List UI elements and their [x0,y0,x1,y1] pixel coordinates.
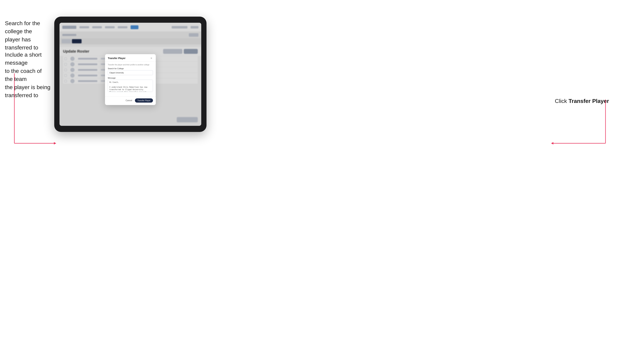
modal-header: Transfer Player ✕ [105,54,156,62]
modal-title: Transfer Player [108,57,126,60]
annotation-transfer-button: Click Transfer Player [555,98,609,104]
svg-marker-2 [54,142,56,145]
message-group: Message Hi Coach, I understand Chris Rob… [108,77,153,93]
modal-overlay: Transfer Player ✕ Transfer the player an… [60,23,201,126]
annotation-message-line3: the player is being [5,84,50,90]
annotation-search-line2: player has transferred to [5,36,38,51]
annotation-search: Search for the college the player has tr… [5,19,50,52]
transfer-player-button[interactable]: Transfer Player [135,98,153,103]
message-textarea[interactable]: Hi Coach, I understand Chris Robertson h… [108,80,153,92]
modal-description: Transfer the player and their profile to… [108,64,153,66]
search-college-label: Search for College [108,67,153,70]
cancel-button[interactable]: Cancel [124,98,134,103]
close-icon[interactable]: ✕ [150,57,153,60]
annotation-message: Include a short message to the coach of … [5,51,50,99]
annotation-click-label: Click [555,98,568,104]
annotation-message-line4: transferred to [5,92,38,98]
modal-footer: Cancel Transfer Player [105,96,156,105]
annotation-search-line1: Search for the college the [5,20,40,34]
message-label: Message [108,77,153,79]
modal-body: Transfer the player and their profile to… [105,62,156,96]
svg-marker-5 [551,142,553,145]
transfer-player-modal: Transfer Player ✕ Transfer the player an… [105,54,156,105]
search-college-group: Search for College [108,67,153,75]
ipad-screen: Update Roster [60,23,201,126]
annotation-message-line1: Include a short message [5,51,42,66]
annotation-message-line2: to the coach of the team [5,68,42,82]
ipad-device: Update Roster [54,16,206,132]
search-college-input[interactable] [108,70,153,75]
annotation-transfer-label: Transfer Player [568,98,609,104]
